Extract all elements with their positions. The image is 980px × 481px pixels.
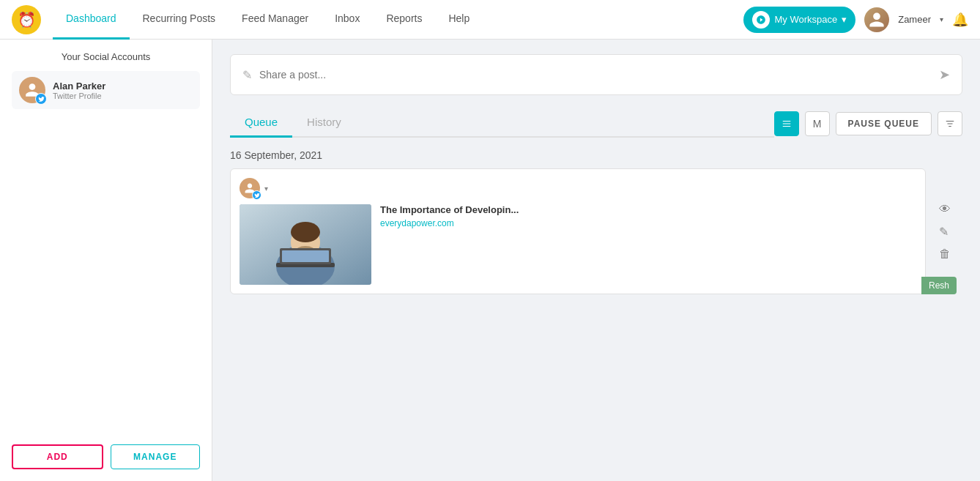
tabs: Queue History <box>230 110 774 138</box>
user-name[interactable]: Zameer <box>898 14 931 25</box>
queue-date-label: 16 September, 2021 <box>230 149 962 161</box>
workspace-icon <box>752 11 770 29</box>
nav-item-feed-manager[interactable]: Feed Manager <box>229 0 322 40</box>
sidebar: Your Social Accounts Alan Parker Twitter… <box>0 40 212 481</box>
sidebar-buttons: ADD MANAGE <box>12 444 200 469</box>
post-card: ▾ <box>230 168 926 294</box>
post-image-visual <box>240 204 371 285</box>
sidebar-title: Your Social Accounts <box>12 51 200 62</box>
post-actions: 👁 ✎ 🗑 <box>939 203 951 261</box>
post-title: The Importance of Developin... <box>380 204 916 215</box>
svg-point-4 <box>291 222 320 242</box>
account-avatar-wrap <box>19 77 45 103</box>
nav-item-recurring-posts[interactable]: Recurring Posts <box>130 0 229 40</box>
edit-post-icon[interactable]: ✎ <box>939 225 951 239</box>
nav-item-help[interactable]: Help <box>435 0 483 40</box>
add-button[interactable]: ADD <box>12 444 103 469</box>
share-input[interactable] <box>259 69 939 81</box>
post-card-wrapper: ▾ <box>230 168 926 294</box>
tab-actions: M PAUSE QUEUE <box>774 111 962 136</box>
post-account-chevron[interactable]: ▾ <box>264 184 268 193</box>
tab-history[interactable]: History <box>292 110 356 138</box>
view-post-icon[interactable]: 👁 <box>939 203 951 216</box>
resh-label: Resh <box>921 277 957 294</box>
main-layout: Your Social Accounts Alan Parker Twitter… <box>0 40 980 481</box>
tabs-row: Queue History M PAUSE QUEUE <box>230 110 962 138</box>
pause-queue-button[interactable]: PAUSE QUEUE <box>836 112 932 135</box>
workspace-button[interactable]: My Workspace ▾ <box>743 7 855 33</box>
nav-item-inbox[interactable]: Inbox <box>322 0 373 40</box>
post-card-header: ▾ <box>240 178 916 198</box>
post-meta: The Importance of Developin... everydapo… <box>380 204 916 285</box>
share-edit-icon: ✎ <box>242 68 252 82</box>
user-avatar[interactable] <box>864 7 889 32</box>
manage-button[interactable]: MANAGE <box>111 444 201 469</box>
share-send-icon[interactable]: ➤ <box>939 67 950 83</box>
account-item[interactable]: Alan Parker Twitter Profile <box>12 71 200 109</box>
topnav: ⏰ Dashboard Recurring Posts Feed Manager… <box>0 0 980 40</box>
main-content: ✎ ➤ Queue History M PAUSE QUEUE <box>212 40 980 481</box>
month-icon: M <box>813 118 822 130</box>
post-twitter-badge <box>252 190 261 200</box>
list-view-button[interactable] <box>774 111 799 136</box>
workspace-chevron: ▾ <box>842 14 847 25</box>
twitter-badge <box>35 93 47 105</box>
tab-queue[interactable]: Queue <box>230 110 292 138</box>
delete-post-icon[interactable]: 🗑 <box>939 247 951 261</box>
post-image <box>240 204 371 285</box>
account-name: Alan Parker <box>53 81 105 92</box>
nav-item-dashboard[interactable]: Dashboard <box>53 0 130 40</box>
account-type: Twitter Profile <box>53 92 105 100</box>
svg-rect-8 <box>282 250 329 262</box>
post-link[interactable]: everydapower.com <box>380 218 916 228</box>
post-content: The Importance of Developin... everydapo… <box>240 204 916 285</box>
account-info: Alan Parker Twitter Profile <box>53 81 105 100</box>
month-view-button[interactable]: M <box>805 111 830 136</box>
sidebar-spacer <box>12 109 200 433</box>
nav-right: My Workspace ▾ Zameer ▾ 🔔 <box>743 7 968 33</box>
notification-bell[interactable]: 🔔 <box>952 12 968 28</box>
workspace-label: My Workspace <box>774 14 837 25</box>
nav-item-reports[interactable]: Reports <box>373 0 435 40</box>
post-author-wrap <box>240 178 260 198</box>
app-logo[interactable]: ⏰ <box>12 5 41 34</box>
nav-links: Dashboard Recurring Posts Feed Manager I… <box>53 0 743 40</box>
user-chevron[interactable]: ▾ <box>940 15 943 23</box>
share-box[interactable]: ✎ ➤ <box>230 54 962 95</box>
filter-button[interactable] <box>938 111 962 136</box>
post-author-avatar <box>240 178 260 198</box>
